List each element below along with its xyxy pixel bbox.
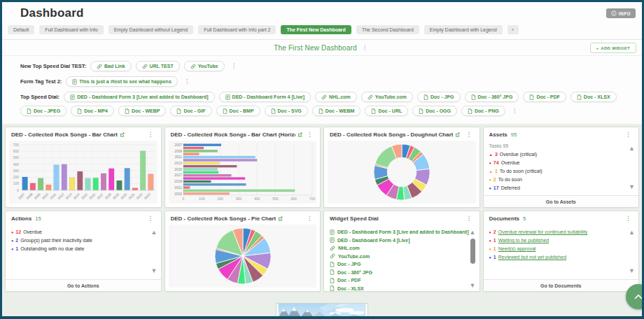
document-status-link[interactable]: Waiting to be published bbox=[498, 236, 550, 244]
speed-dial-pill[interactable]: Doc - PNG bbox=[461, 106, 505, 116]
speed-dial-pill[interactable]: Doc - SVG bbox=[265, 106, 308, 116]
widget-menu-button[interactable]: ⋮ bbox=[304, 215, 315, 222]
scroll-up-arrow[interactable]: ▲ bbox=[470, 229, 476, 236]
svg-text:500: 500 bbox=[272, 197, 279, 201]
dashboard-tab[interactable]: The Second Dashboard bbox=[356, 25, 419, 34]
speed-dial-pill[interactable]: YouTube.com bbox=[361, 92, 413, 102]
widget-menu-button[interactable]: ⋮ bbox=[623, 215, 634, 222]
speed-dial-pill[interactable]: YouTube bbox=[184, 61, 225, 71]
widget-menu-button[interactable]: ⋮ bbox=[146, 132, 156, 138]
svg-text:0: 0 bbox=[182, 197, 184, 201]
scroll-down-arrow[interactable]: ▼ bbox=[629, 268, 635, 274]
pill-label: Doc - URL bbox=[378, 108, 402, 113]
dashboard-tab[interactable]: Empty Dashboard with Legend bbox=[424, 25, 503, 34]
speed-dial-menu-button[interactable]: ⋮ bbox=[182, 78, 192, 85]
svg-text:300: 300 bbox=[235, 197, 241, 201]
widget-header: Actions 15 ⋮ bbox=[6, 211, 161, 225]
speed-dial-link[interactable]: NHL.com bbox=[330, 244, 465, 253]
add-widget-button[interactable]: + ADD WIDGET bbox=[590, 43, 636, 53]
speed-dial-row-label: Form Tag Test 2: bbox=[20, 78, 62, 85]
widget-title: DED - Collected Rock Songs - Bar Chart (… bbox=[171, 132, 296, 138]
dashboard-tab[interactable]: Default bbox=[8, 25, 34, 34]
scroll-down-arrow[interactable]: ▼ bbox=[470, 283, 476, 289]
speed-dial-pill[interactable]: URL TEST bbox=[136, 61, 180, 71]
widget-menu-button[interactable]: ⋮ bbox=[464, 215, 475, 222]
widget-menu-button[interactable]: ⋮ bbox=[146, 215, 156, 222]
speed-dial-link[interactable]: Doc - XLSX bbox=[330, 285, 465, 292]
scrollbar-thumb[interactable] bbox=[470, 239, 475, 264]
status-row: ●12Overdue bbox=[11, 228, 147, 236]
svg-text:2011: 2011 bbox=[174, 155, 182, 159]
scroll-down-arrow[interactable]: ▼ bbox=[629, 184, 635, 190]
external-link-icon[interactable] bbox=[455, 132, 460, 137]
speed-dial-pill[interactable]: This is just a #test to see what happens bbox=[66, 76, 177, 87]
speed-dial-pill[interactable]: Doc - MP4 bbox=[71, 106, 114, 116]
svg-text:2012: 2012 bbox=[57, 192, 64, 200]
speed-dial-pill[interactable]: DED - Dashboard Form 4 [Live] bbox=[219, 92, 311, 102]
scroll-up-arrow[interactable]: ▲ bbox=[629, 229, 635, 236]
widget-menu-button[interactable]: ⋮ bbox=[623, 132, 634, 138]
add-dashboard-tab[interactable]: + bbox=[507, 25, 519, 34]
scroll-up-arrow[interactable]: ▲ bbox=[151, 229, 158, 236]
speed-dial-link[interactable]: DED - Dashboard Form 3 [Live and added t… bbox=[330, 228, 465, 236]
speed-dial-link[interactable]: Doc - JPG bbox=[330, 260, 465, 269]
speed-dial-pill[interactable]: Bad Link bbox=[90, 61, 132, 71]
external-link-icon[interactable] bbox=[278, 216, 283, 221]
status-row: ●17Deferred bbox=[489, 184, 625, 192]
dashboard-tab[interactable]: Full Dashboard with Info bbox=[39, 25, 103, 34]
doc-icon bbox=[419, 108, 424, 114]
go-to-actions-button[interactable]: Go to Actions bbox=[6, 279, 161, 291]
actions-scrollbar: ▲ ▼ bbox=[151, 229, 158, 274]
speed-dial-pill[interactable]: Doc - XLSX bbox=[570, 92, 617, 102]
speed-dial-pill[interactable]: Doc - BMP bbox=[216, 106, 260, 116]
assets-list: Tasks 95 ▲3Overdue (critical)●74Overdue▲… bbox=[484, 141, 639, 195]
external-link-icon[interactable] bbox=[298, 132, 302, 137]
speed-dial-link[interactable]: Doc - PDF bbox=[330, 276, 465, 285]
scroll-down-arrow[interactable]: ▼ bbox=[151, 268, 158, 274]
svg-text:2009: 2009 bbox=[34, 192, 41, 200]
speed-dial-menu-button[interactable]: ⋮ bbox=[229, 63, 239, 69]
go-to-assets-button[interactable]: Go to Assets bbox=[484, 195, 639, 207]
speed-dial-pill[interactable]: Doc - WEBM bbox=[312, 106, 361, 116]
go-to-documents-button[interactable]: Go to Documents bbox=[484, 279, 639, 291]
speed-dial-pill[interactable]: NHL.com bbox=[315, 92, 357, 102]
speed-dial-pill[interactable]: DED - Dashboard Form 3 [Live and added t… bbox=[64, 92, 214, 102]
widget-title: Assets bbox=[489, 132, 507, 138]
scroll-up-arrow[interactable]: ▲ bbox=[629, 146, 635, 152]
speed-dial-pill[interactable]: Doc - OGG bbox=[412, 106, 457, 116]
speed-dial-pill[interactable]: Doc - GIF bbox=[170, 106, 211, 116]
status-dot-icon: ● bbox=[489, 185, 491, 192]
status-dot-icon: ● bbox=[11, 246, 13, 253]
speed-dial-pill[interactable]: Doc - JPG bbox=[417, 92, 460, 102]
status-count: 12 bbox=[15, 228, 21, 236]
widget-menu-button[interactable]: ⋮ bbox=[464, 132, 475, 138]
speed-dial-pill[interactable]: Doc - WEBP bbox=[118, 106, 166, 116]
speed-dial-pill[interactable]: Doc - PDF bbox=[523, 92, 566, 102]
external-link-icon[interactable] bbox=[120, 132, 125, 137]
widget-menu-button[interactable]: ⋮ bbox=[304, 132, 315, 138]
chevron-up-icon bbox=[634, 294, 643, 299]
doc-icon bbox=[330, 278, 335, 283]
link-icon bbox=[330, 246, 335, 251]
actions-list: ●12Overdue●2Group(s) past their inactivi… bbox=[6, 225, 161, 279]
document-status-link[interactable]: Need(s) approval bbox=[498, 245, 536, 253]
svg-text:0: 0 bbox=[17, 188, 19, 192]
svg-text:2019: 2019 bbox=[112, 192, 120, 200]
speed-dial-link[interactable]: DED - Dashboard Form 4 [Live] bbox=[330, 236, 465, 245]
speed-dial-link[interactable]: Doc - 360° JPG bbox=[330, 269, 465, 277]
dashboard-tab[interactable]: Full Dashboard with Info part 2 bbox=[198, 25, 276, 34]
doughnut-chart-canvas bbox=[328, 141, 476, 204]
svg-text:2007: 2007 bbox=[174, 143, 182, 147]
dashboard-menu-button[interactable]: ⋮ bbox=[360, 45, 370, 51]
document-status-link[interactable]: Reviewed but not yet published bbox=[498, 253, 566, 261]
info-button[interactable]: INFO bbox=[606, 8, 636, 18]
speed-dial-pill[interactable]: Doc - 360° JPG bbox=[465, 92, 519, 102]
speed-dial-pill[interactable]: Doc - URL bbox=[365, 106, 408, 116]
status-label: Group(s) past their inactivity date bbox=[20, 236, 92, 244]
speed-dial-menu-button[interactable]: ⋮ bbox=[510, 108, 520, 114]
dashboard-tab[interactable]: Empty Dashboard without Legend bbox=[108, 25, 193, 34]
speed-dial-pill[interactable]: Doc - JPEG bbox=[20, 106, 66, 116]
document-status-link[interactable]: Overdue reviewal for continued suitabili… bbox=[498, 228, 588, 236]
speed-dial-link[interactable]: YouTube.com bbox=[330, 253, 465, 261]
dashboard-tab[interactable]: The First New Dashboard bbox=[281, 25, 351, 34]
